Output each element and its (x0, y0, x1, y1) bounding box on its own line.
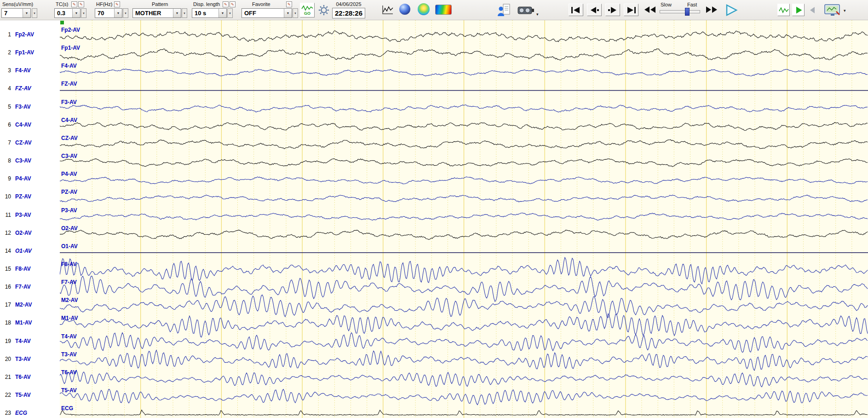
favorite-edit-pencil-icon[interactable]: ✎ (286, 1, 292, 7)
eeg-trace-area[interactable]: Fp2-AVFp1-AVF4-AVFZ-AVF3-AVC4-AVCZ-AVC3-… (60, 20, 868, 418)
channel-row-T3-AV[interactable]: 20T3-AV (0, 355, 60, 363)
channel-number: 4 (0, 85, 11, 92)
gear-icon[interactable] (317, 4, 330, 17)
channel-row-Fp1-AV[interactable]: 2Fp1-AV (0, 48, 60, 57)
channel-number: 16 (0, 284, 11, 290)
combo-arrow-icon[interactable]: ▼ (72, 9, 80, 17)
disp-length-label: Disp. length (193, 1, 220, 7)
channel-label: C4-AV (15, 122, 31, 128)
channel-label: P3-AV (15, 212, 31, 218)
tc-combo[interactable]: 0.3 ▼ (54, 8, 80, 18)
channel-row-Fp2-AV[interactable]: 1Fp2-AV (0, 30, 60, 39)
tc-edit-pencil-icon[interactable]: ✎ (71, 1, 77, 7)
channel-row-F7-AV[interactable]: 16F7-AV (0, 283, 60, 291)
combo-arrow-icon[interactable]: ▼ (23, 9, 30, 17)
channel-label: O2-AV (15, 230, 32, 236)
disp-length-spin[interactable]: ▼ (227, 8, 233, 18)
tc-edit2-pencil-icon[interactable]: ✎ (78, 1, 84, 7)
topography-globe-icon[interactable] (418, 3, 430, 15)
combo-arrow-icon[interactable]: ▼ (173, 9, 181, 17)
trace-label-ECG: ECG (61, 405, 73, 412)
channel-label: O1-AV (15, 248, 32, 254)
date-text: 04/06/2025 (332, 1, 365, 7)
tc-label: TC(s) (56, 1, 69, 7)
channel-row-F8-AV[interactable]: 15F8-AV (0, 265, 60, 273)
channel-row-C3-AV[interactable]: 8C3-AV (0, 157, 60, 165)
disp-edit-pencil-icon[interactable]: ✎ (223, 1, 229, 7)
disp-length-combo[interactable]: 10 s ▼ (192, 8, 227, 18)
channel-row-F4-AV[interactable]: 3F4-AV (0, 66, 60, 75)
time-display: 22:28:26 (332, 8, 365, 18)
channel-row-F3-AV[interactable]: 5F3-AV (0, 103, 60, 111)
pattern-spin[interactable]: ▼ (182, 8, 187, 18)
trace-label-PZ-AV: PZ-AV (61, 189, 77, 195)
channel-number: 3 (0, 67, 11, 74)
favorite-combo[interactable]: OFF ▼ (241, 8, 292, 18)
trace-label-T3-AV: T3-AV (61, 351, 77, 358)
pattern-combo[interactable]: MOTHER ▼ (132, 8, 181, 18)
fast-forward-button[interactable] (705, 5, 719, 15)
play-button[interactable] (723, 3, 740, 17)
hf-spin[interactable]: ▼ (123, 8, 128, 18)
play-icon (724, 4, 738, 17)
disp-edit2-pencil-icon[interactable]: ✎ (230, 1, 236, 7)
channel-row-T4-AV[interactable]: 19T4-AV (0, 337, 60, 345)
go-label: GO (304, 11, 310, 16)
channel-row-P3-AV[interactable]: 11P3-AV (0, 211, 60, 219)
channel-number: 1 (0, 31, 11, 38)
trace-label-CZ-AV: CZ-AV (61, 135, 78, 141)
channel-label: Fp1-AV (15, 49, 34, 56)
go-to-start-button[interactable] (569, 4, 583, 16)
channel-row-O2-AV[interactable]: 12O2-AV (0, 229, 60, 237)
patient-report-icon[interactable] (497, 3, 512, 17)
channel-label: F7-AV (15, 284, 31, 290)
sens-spin[interactable]: ▼ (32, 8, 37, 18)
colormap-icon[interactable] (435, 5, 452, 15)
favorite-spin[interactable]: ▼ (293, 8, 298, 18)
channel-row-O1-AV[interactable]: 14O1-AV (0, 247, 60, 255)
channel-label: M1-AV (15, 319, 32, 326)
channel-row-CZ-AV[interactable]: 7CZ-AV (0, 139, 60, 147)
step-forward-icon (607, 6, 618, 14)
go-waveform-button[interactable]: GO (300, 3, 315, 17)
channel-label: F4-AV (15, 67, 31, 74)
channel-row-T5-AV[interactable]: 22T5-AV (0, 391, 60, 399)
combo-arrow-icon[interactable]: ▼ (218, 9, 226, 17)
video-projector-icon[interactable] (517, 4, 535, 16)
sens-combo[interactable]: 7 ▼ (1, 8, 31, 18)
channel-number: 2 (0, 49, 11, 56)
hf-edit-pencil-icon[interactable]: ✎ (114, 1, 120, 7)
remote-monitor-icon[interactable] (823, 4, 842, 17)
trace-label-C3-AV: C3-AV (61, 153, 77, 159)
fast-rewind-button[interactable] (643, 5, 657, 15)
step-forward-button[interactable] (605, 4, 620, 16)
review-waveform-button[interactable] (777, 4, 790, 16)
run-button[interactable] (792, 4, 805, 16)
channel-row-M1-AV[interactable]: 18M1-AV (0, 319, 60, 327)
hf-combo[interactable]: 70 ▼ (95, 8, 122, 18)
channel-row-FZ-AV[interactable]: 4FZ-AV (0, 84, 60, 93)
favorite-label: Favorite (252, 1, 270, 7)
channel-row-C4-AV[interactable]: 6C4-AV (0, 121, 60, 129)
monitor-dropdown-icon[interactable]: ▾ (844, 8, 846, 13)
tc-spin[interactable]: ▼ (81, 8, 86, 18)
channel-row-T6-AV[interactable]: 21T6-AV (0, 373, 60, 381)
combo-arrow-icon[interactable]: ▼ (114, 9, 122, 17)
speed-slider-track[interactable] (660, 10, 700, 13)
video-dropdown-icon[interactable]: ▾ (536, 12, 539, 17)
combo-arrow-icon[interactable]: ▼ (284, 9, 292, 17)
time-text: 22:28:26 (335, 9, 362, 17)
step-back-button[interactable] (587, 4, 602, 16)
trend-chart-icon[interactable] (381, 4, 394, 17)
sens-value: 7 (4, 10, 7, 17)
channel-row-ECG[interactable]: 23ECG (0, 409, 60, 417)
speed-slider-thumb[interactable] (685, 8, 690, 16)
skip-start-icon (570, 6, 581, 14)
channel-row-P4-AV[interactable]: 9P4-AV (0, 174, 60, 183)
trace-label-T5-AV: T5-AV (61, 387, 77, 394)
channel-row-PZ-AV[interactable]: 10PZ-AV (0, 192, 60, 201)
channel-row-M2-AV[interactable]: 17M2-AV (0, 301, 60, 309)
trace-label-F7-AV: F7-AV (61, 279, 77, 285)
brain-map-icon[interactable] (399, 4, 410, 15)
go-to-end-button[interactable] (624, 4, 638, 16)
